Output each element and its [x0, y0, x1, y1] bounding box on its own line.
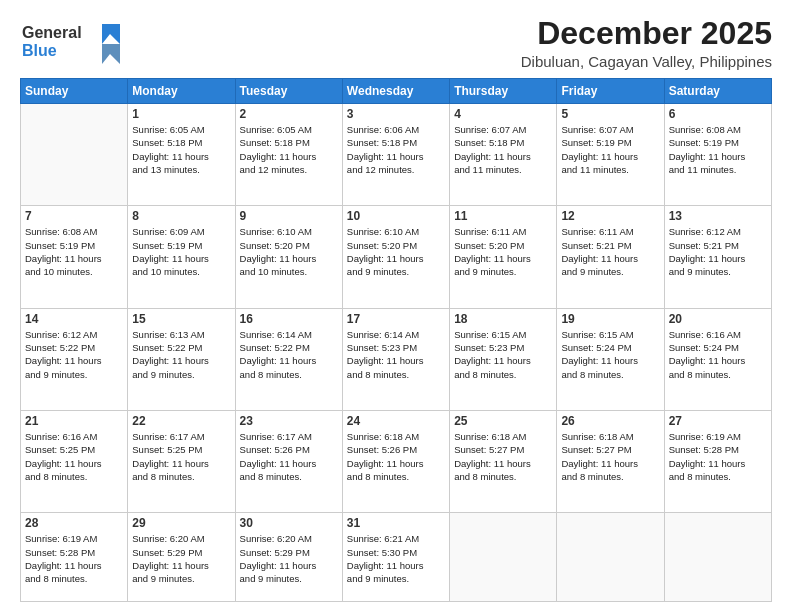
calendar-cell: 11Sunrise: 6:11 AM Sunset: 5:20 PM Dayli… — [450, 206, 557, 308]
day-info: Sunrise: 6:12 AM Sunset: 5:22 PM Dayligh… — [25, 328, 123, 381]
day-info: Sunrise: 6:11 AM Sunset: 5:21 PM Dayligh… — [561, 225, 659, 278]
day-number: 15 — [132, 312, 230, 326]
calendar-cell: 30Sunrise: 6:20 AM Sunset: 5:29 PM Dayli… — [235, 513, 342, 602]
calendar-cell: 28Sunrise: 6:19 AM Sunset: 5:28 PM Dayli… — [21, 513, 128, 602]
calendar-cell: 17Sunrise: 6:14 AM Sunset: 5:23 PM Dayli… — [342, 308, 449, 410]
day-info: Sunrise: 6:20 AM Sunset: 5:29 PM Dayligh… — [132, 532, 230, 585]
day-info: Sunrise: 6:19 AM Sunset: 5:28 PM Dayligh… — [669, 430, 767, 483]
day-number: 8 — [132, 209, 230, 223]
day-info: Sunrise: 6:18 AM Sunset: 5:26 PM Dayligh… — [347, 430, 445, 483]
day-number: 26 — [561, 414, 659, 428]
day-number: 25 — [454, 414, 552, 428]
day-info: Sunrise: 6:17 AM Sunset: 5:25 PM Dayligh… — [132, 430, 230, 483]
calendar-day-header: Sunday — [21, 79, 128, 104]
calendar-cell: 13Sunrise: 6:12 AM Sunset: 5:21 PM Dayli… — [664, 206, 771, 308]
day-number: 16 — [240, 312, 338, 326]
calendar-cell: 29Sunrise: 6:20 AM Sunset: 5:29 PM Dayli… — [128, 513, 235, 602]
calendar-cell: 5Sunrise: 6:07 AM Sunset: 5:19 PM Daylig… — [557, 104, 664, 206]
calendar-cell: 7Sunrise: 6:08 AM Sunset: 5:19 PM Daylig… — [21, 206, 128, 308]
calendar-day-header: Wednesday — [342, 79, 449, 104]
calendar-cell — [557, 513, 664, 602]
location: Dibuluan, Cagayan Valley, Philippines — [521, 53, 772, 70]
calendar-cell: 12Sunrise: 6:11 AM Sunset: 5:21 PM Dayli… — [557, 206, 664, 308]
calendar-cell: 9Sunrise: 6:10 AM Sunset: 5:20 PM Daylig… — [235, 206, 342, 308]
day-info: Sunrise: 6:12 AM Sunset: 5:21 PM Dayligh… — [669, 225, 767, 278]
calendar-cell: 25Sunrise: 6:18 AM Sunset: 5:27 PM Dayli… — [450, 411, 557, 513]
day-info: Sunrise: 6:11 AM Sunset: 5:20 PM Dayligh… — [454, 225, 552, 278]
svg-text:General: General — [22, 24, 82, 41]
day-info: Sunrise: 6:15 AM Sunset: 5:23 PM Dayligh… — [454, 328, 552, 381]
svg-text:Blue: Blue — [22, 42, 57, 59]
day-number: 10 — [347, 209, 445, 223]
calendar-day-header: Saturday — [664, 79, 771, 104]
calendar-cell: 26Sunrise: 6:18 AM Sunset: 5:27 PM Dayli… — [557, 411, 664, 513]
day-info: Sunrise: 6:06 AM Sunset: 5:18 PM Dayligh… — [347, 123, 445, 176]
day-number: 9 — [240, 209, 338, 223]
day-number: 18 — [454, 312, 552, 326]
calendar-cell — [450, 513, 557, 602]
day-info: Sunrise: 6:07 AM Sunset: 5:19 PM Dayligh… — [561, 123, 659, 176]
calendar-header-row: SundayMondayTuesdayWednesdayThursdayFrid… — [21, 79, 772, 104]
day-info: Sunrise: 6:14 AM Sunset: 5:23 PM Dayligh… — [347, 328, 445, 381]
calendar-cell: 15Sunrise: 6:13 AM Sunset: 5:22 PM Dayli… — [128, 308, 235, 410]
day-info: Sunrise: 6:21 AM Sunset: 5:30 PM Dayligh… — [347, 532, 445, 585]
day-number: 2 — [240, 107, 338, 121]
calendar-cell: 4Sunrise: 6:07 AM Sunset: 5:18 PM Daylig… — [450, 104, 557, 206]
day-number: 4 — [454, 107, 552, 121]
day-info: Sunrise: 6:10 AM Sunset: 5:20 PM Dayligh… — [347, 225, 445, 278]
day-info: Sunrise: 6:05 AM Sunset: 5:18 PM Dayligh… — [240, 123, 338, 176]
svg-marker-2 — [102, 24, 120, 44]
day-info: Sunrise: 6:18 AM Sunset: 5:27 PM Dayligh… — [561, 430, 659, 483]
day-number: 23 — [240, 414, 338, 428]
calendar-day-header: Monday — [128, 79, 235, 104]
day-info: Sunrise: 6:14 AM Sunset: 5:22 PM Dayligh… — [240, 328, 338, 381]
title-block: December 2025 Dibuluan, Cagayan Valley, … — [521, 16, 772, 70]
calendar-cell — [664, 513, 771, 602]
svg-marker-3 — [102, 44, 120, 64]
calendar-day-header: Friday — [557, 79, 664, 104]
calendar-cell: 20Sunrise: 6:16 AM Sunset: 5:24 PM Dayli… — [664, 308, 771, 410]
logo-icon: General Blue — [20, 16, 130, 64]
day-info: Sunrise: 6:17 AM Sunset: 5:26 PM Dayligh… — [240, 430, 338, 483]
day-number: 28 — [25, 516, 123, 530]
day-info: Sunrise: 6:07 AM Sunset: 5:18 PM Dayligh… — [454, 123, 552, 176]
day-number: 7 — [25, 209, 123, 223]
calendar-cell: 3Sunrise: 6:06 AM Sunset: 5:18 PM Daylig… — [342, 104, 449, 206]
day-number: 20 — [669, 312, 767, 326]
day-number: 5 — [561, 107, 659, 121]
day-number: 14 — [25, 312, 123, 326]
day-number: 13 — [669, 209, 767, 223]
day-info: Sunrise: 6:15 AM Sunset: 5:24 PM Dayligh… — [561, 328, 659, 381]
day-info: Sunrise: 6:08 AM Sunset: 5:19 PM Dayligh… — [669, 123, 767, 176]
calendar-cell: 16Sunrise: 6:14 AM Sunset: 5:22 PM Dayli… — [235, 308, 342, 410]
day-number: 22 — [132, 414, 230, 428]
day-number: 17 — [347, 312, 445, 326]
day-number: 27 — [669, 414, 767, 428]
day-number: 24 — [347, 414, 445, 428]
day-number: 1 — [132, 107, 230, 121]
day-number: 29 — [132, 516, 230, 530]
day-info: Sunrise: 6:16 AM Sunset: 5:24 PM Dayligh… — [669, 328, 767, 381]
day-info: Sunrise: 6:08 AM Sunset: 5:19 PM Dayligh… — [25, 225, 123, 278]
calendar-cell: 10Sunrise: 6:10 AM Sunset: 5:20 PM Dayli… — [342, 206, 449, 308]
calendar-day-header: Thursday — [450, 79, 557, 104]
header: General Blue December 2025 Dibuluan, Cag… — [20, 16, 772, 70]
day-number: 19 — [561, 312, 659, 326]
day-number: 30 — [240, 516, 338, 530]
day-number: 31 — [347, 516, 445, 530]
calendar-cell: 14Sunrise: 6:12 AM Sunset: 5:22 PM Dayli… — [21, 308, 128, 410]
month-title: December 2025 — [521, 16, 772, 51]
calendar-cell: 6Sunrise: 6:08 AM Sunset: 5:19 PM Daylig… — [664, 104, 771, 206]
day-info: Sunrise: 6:09 AM Sunset: 5:19 PM Dayligh… — [132, 225, 230, 278]
day-number: 12 — [561, 209, 659, 223]
calendar-table: SundayMondayTuesdayWednesdayThursdayFrid… — [20, 78, 772, 602]
day-number: 6 — [669, 107, 767, 121]
day-number: 21 — [25, 414, 123, 428]
calendar-cell: 8Sunrise: 6:09 AM Sunset: 5:19 PM Daylig… — [128, 206, 235, 308]
calendar-cell — [21, 104, 128, 206]
logo: General Blue — [20, 16, 130, 68]
calendar-day-header: Tuesday — [235, 79, 342, 104]
calendar-cell: 23Sunrise: 6:17 AM Sunset: 5:26 PM Dayli… — [235, 411, 342, 513]
calendar-cell: 31Sunrise: 6:21 AM Sunset: 5:30 PM Dayli… — [342, 513, 449, 602]
calendar-cell: 1Sunrise: 6:05 AM Sunset: 5:18 PM Daylig… — [128, 104, 235, 206]
